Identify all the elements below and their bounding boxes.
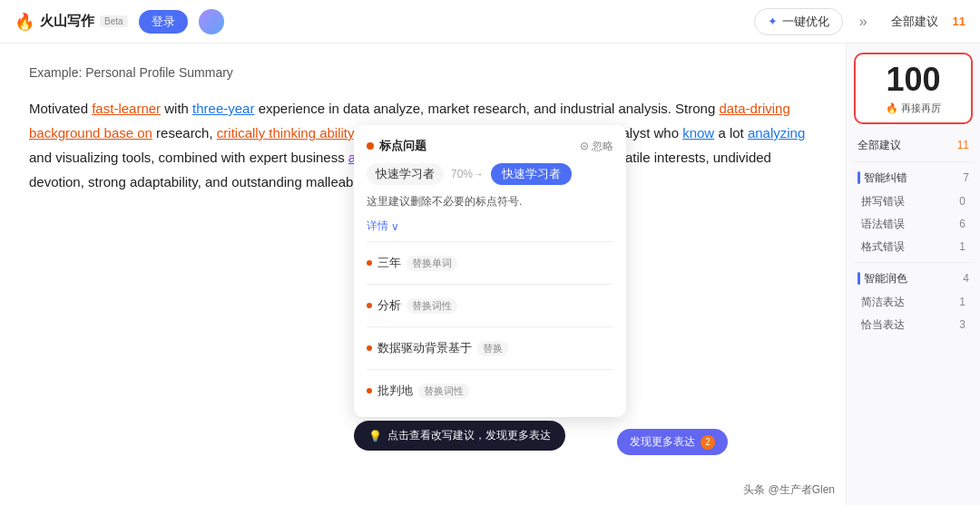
item-dot-2 [367,303,372,308]
item-label-2: 分析 [377,297,401,314]
appropriate-item[interactable]: 恰当表达 3 [854,314,973,336]
discover-label: 发现更多表达 [630,434,695,450]
bulb-icon: 💡 [368,430,382,442]
optimize-label: 一键优化 [782,14,829,30]
highlight-analyzing[interactable]: analyzing [748,125,805,141]
popup-ignore[interactable]: ⊝ 忽略 [580,139,613,154]
brand-name: 火山写作 [40,13,94,30]
sidebar-categories: 全部建议 11 智能纠错 7 拼写错误 0 语法错误 [847,133,980,505]
concise-item[interactable]: 简洁表达 1 [854,291,973,314]
all-suggest-count: 11 [953,15,965,28]
popup-header: 标点问题 ⊝ 忽略 [367,138,613,154]
discover-badge: 2 [701,435,715,450]
blue-bar-2 [858,272,860,285]
more-button[interactable]: » [854,14,873,30]
smart-polish-count: 4 [963,272,969,285]
grammar-error-item[interactable]: 语法错误 6 [854,213,973,236]
popup-item-1[interactable]: 三年 替换单词 [367,249,613,277]
score-card: 100 🔥 再接再厉 [854,53,973,124]
concise-count: 1 [959,296,965,308]
smart-correction-count: 7 [963,171,969,184]
popup-description: 这里建议删除不必要的标点符号. [367,194,613,209]
tooltip-text: 点击查看改写建议，发现更多表达 [387,428,551,443]
highlight-know[interactable]: know [682,125,714,141]
popup-item-3[interactable]: 数据驱动背景基于 替换 [367,335,613,362]
grammar-label: 语法错误 [861,217,905,232]
highlight-critically[interactable]: critically thinking ability [217,125,354,141]
appropriate-label: 恰当表达 [861,317,905,333]
score-number: 100 [865,62,962,98]
discover-button[interactable]: 发现更多表达 2 [617,429,728,455]
popup-item-4[interactable]: 批判地 替换词性 [367,377,613,404]
format-count: 1 [959,240,965,253]
divider-2 [854,262,973,263]
spelling-count: 0 [959,195,965,208]
item-tag-3: 替换 [477,341,508,356]
item-tag-1: 替换单词 [407,256,457,271]
all-label: 全部建议 [858,138,901,153]
popup-divider-2 [367,284,613,285]
star-icon: ✦ [768,15,778,28]
smart-polish-header[interactable]: 智能润色 4 [854,267,973,291]
item-dot-1 [367,260,372,266]
smart-polish-label: 智能润色 [864,271,907,286]
smart-polish-section: 智能润色 4 简洁表达 1 恰当表达 3 [854,267,973,336]
logo-area: 🔥 火山写作 Beta [15,12,128,32]
right-sidebar: 100 🔥 再接再厉 全部建议 11 智能纠错 7 [846,44,980,505]
popup-title: 标点问题 [379,138,426,154]
word-suggestion[interactable]: 快速学习者 [491,163,572,185]
logo-icon: 🔥 [15,12,34,32]
word-original: 快速学习者 [367,163,444,185]
popup-divider [367,241,613,242]
popup-divider-3 [367,326,613,327]
beta-badge: Beta [100,15,128,27]
item-label-3: 数据驱动背景基于 [377,340,472,356]
smart-correction-label: 智能纠错 [864,170,907,186]
tooltip-bubble: 💡 点击查看改写建议，发现更多表达 [354,421,565,451]
grammar-count: 6 [959,218,965,230]
smart-correction-header[interactable]: 智能纠错 7 [854,166,973,190]
popup-detail[interactable]: 详情 ∨ [367,219,613,234]
format-label: 格式错误 [861,239,905,255]
divider-1 [854,161,973,162]
popup-dot [367,142,374,150]
doc-title: Example: Personal Profile Summary [29,65,817,80]
suggestion-popup: 标点问题 ⊝ 忽略 快速学习者 70%→ 快速学习者 这里建议删除不必要的标点符… [354,125,626,417]
all-count: 11 [957,139,969,151]
smart-correction-section: 智能纠错 7 拼写错误 0 语法错误 6 格式错误 1 [854,166,973,258]
arrow-icon: 70%→ [451,168,484,180]
blue-bar-1 [858,171,860,184]
item-dot-3 [367,345,372,351]
header: 🔥 火山写作 Beta 登录 ✦ 一键优化 » 全部建议 11 [0,0,980,44]
item-dot-4 [367,388,372,393]
optimize-button[interactable]: ✦ 一键优化 [754,8,843,35]
all-suggestions-header[interactable]: 全部建议 11 [854,133,973,158]
editor-area[interactable]: Example: Personal Profile Summary Motiva… [0,44,846,505]
spelling-label: 拼写错误 [861,194,905,209]
item-label-4: 批判地 [377,383,413,399]
watermark: 头条 @生产者Glen [743,482,835,498]
popup-item-2[interactable]: 分析 替换词性 [367,292,613,319]
highlight-three-year[interactable]: three-year [192,101,254,116]
login-button[interactable]: 登录 [139,10,188,34]
format-error-item[interactable]: 格式错误 1 [854,236,973,258]
item-label-1: 三年 [377,255,401,271]
avatar[interactable] [199,9,224,34]
item-tag-2: 替换词性 [407,298,457,314]
popup-divider-4 [367,369,613,370]
spelling-error-item[interactable]: 拼写错误 0 [854,190,973,213]
popup-word-row: 快速学习者 70%→ 快速学习者 [367,163,613,185]
appropriate-count: 3 [959,318,965,331]
concise-label: 简洁表达 [861,295,905,310]
item-tag-4: 替换词性 [418,384,469,399]
fire-icon: 🔥 [886,102,898,114]
all-suggest-label: 全部建议 [891,14,938,30]
score-label: 🔥 再接再厉 [865,102,962,115]
main-layout: Example: Personal Profile Summary Motiva… [0,44,980,505]
highlight-fast-learner[interactable]: fast-learner [92,101,161,116]
